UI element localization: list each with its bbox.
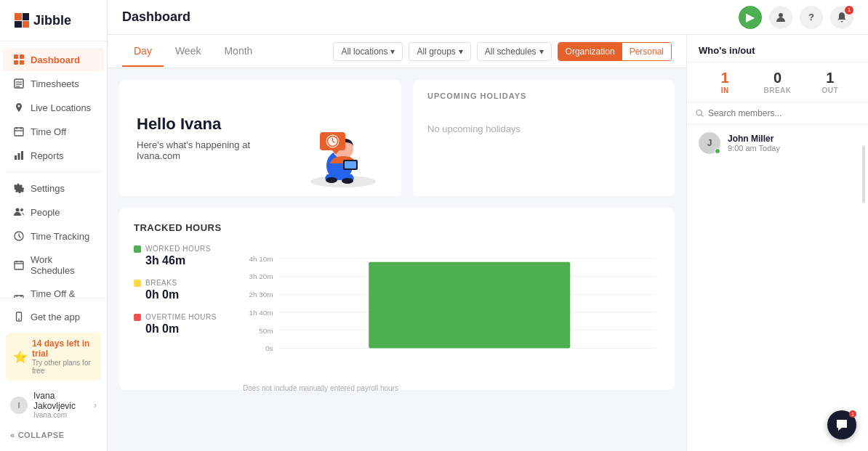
chat-widget[interactable]: 1 <box>827 410 856 439</box>
sidebar-item-work-schedules[interactable]: Work Schedules <box>3 248 104 282</box>
member-item: J John Miller 9:00 am Today <box>687 125 868 161</box>
groups-filter[interactable]: All groups ▾ <box>409 42 470 61</box>
chart-area: 4h 10m 3h 20m 2h 30m 1h 40m 50m 0s <box>243 245 660 375</box>
sidebar-item-timesheets[interactable]: Timesheets <box>3 72 104 95</box>
org-toggle[interactable]: Organization <box>558 43 622 60</box>
sidebar-item-label: Settings <box>31 183 65 194</box>
hello-card: Hello Ivana Here's what's happening at I… <box>119 80 401 196</box>
tab-month[interactable]: Month <box>212 36 264 67</box>
main-area: Dashboard ▶ ? 1 Day <box>108 0 868 451</box>
tracked-hours-chart: 4h 10m 3h 20m 2h 30m 1h 40m 50m 0s <box>243 245 660 375</box>
svg-line-77 <box>702 115 703 116</box>
phone-icon <box>13 311 25 322</box>
tabs: Day Week Month <box>122 36 264 67</box>
svg-rect-14 <box>18 153 20 160</box>
header: Dashboard ▶ ? 1 <box>108 0 868 35</box>
sidebar-nav: Dashboard Timesheets Live Locations Time… <box>0 41 107 298</box>
out-count: 1 OUT <box>804 70 856 94</box>
tracked-hours-title: TRACKED HOURS <box>134 222 660 233</box>
chat-badge: 1 <box>849 410 856 418</box>
breaks-item: BREAKS 0h 0m <box>134 279 228 301</box>
member-time: 9:00 am Today <box>728 144 780 153</box>
holidays-label: UPCOMING HOLIDAYS <box>427 92 660 100</box>
schedules-filter[interactable]: All schedules ▾ <box>477 42 552 61</box>
personal-toggle[interactable]: Personal <box>622 43 671 60</box>
svg-text:2h 30m: 2h 30m <box>249 290 273 298</box>
sidebar-item-dashboard[interactable]: Dashboard <box>3 48 104 71</box>
user-profile[interactable]: I Ivana Jakovljevic Ivana.com › <box>0 385 107 425</box>
worked-bar <box>369 262 570 349</box>
svg-rect-2 <box>20 54 24 59</box>
online-dot <box>715 148 720 154</box>
sidebar-item-label: Reports <box>31 150 64 161</box>
user-name: Ivana Jakovljevic <box>33 391 94 411</box>
sidebar-item-people[interactable]: People <box>3 200 104 224</box>
tracked-hours-card: TRACKED HOURS WORKED HOURS 3h 46m <box>119 208 675 390</box>
sidebar-item-label: Time Tracking <box>31 231 89 242</box>
chevron-down-icon: ▾ <box>390 46 395 57</box>
people-icon <box>13 206 25 218</box>
worked-hours-item: WORKED HOURS 3h 46m <box>134 245 228 267</box>
help-button[interactable]: ? <box>800 6 823 29</box>
bar-chart-icon <box>13 150 25 161</box>
page-title: Dashboard <box>122 9 190 25</box>
nav-divider <box>6 171 101 172</box>
tab-day[interactable]: Day <box>122 36 164 67</box>
sheet-icon <box>13 78 25 89</box>
in-count: 1 IN <box>699 70 751 94</box>
svg-rect-19 <box>15 261 23 269</box>
play-button[interactable]: ▶ <box>739 6 762 29</box>
user-icon-button[interactable] <box>769 6 792 29</box>
svg-rect-1 <box>14 54 18 59</box>
notifications-button[interactable]: 1 <box>830 6 853 29</box>
chevron-right-icon: › <box>94 400 97 410</box>
locations-filter[interactable]: All locations ▾ <box>333 42 403 61</box>
svg-point-54 <box>342 178 353 184</box>
trial-banner[interactable]: ⭐ 14 days left in trial Try other plans … <box>6 333 101 381</box>
sidebar-item-reports[interactable]: Reports <box>3 144 104 167</box>
get-app-button[interactable]: Get the app <box>3 305 104 328</box>
scrollbar[interactable] <box>862 145 865 203</box>
sidebar-item-label: Work Schedules <box>31 254 94 276</box>
overtime-dot <box>134 314 141 321</box>
org-personal-toggle: Organization Personal <box>558 42 672 61</box>
svg-rect-4 <box>20 60 24 65</box>
svg-text:4h 10m: 4h 10m <box>249 255 273 263</box>
sidebar-item-time-tracking[interactable]: Time Tracking <box>3 224 104 248</box>
search-box <box>687 102 868 125</box>
sidebar-item-time-off[interactable]: Time Off <box>3 120 104 143</box>
svg-point-17 <box>20 208 23 211</box>
chart-footer: Does not include manually entered payrol… <box>243 384 660 392</box>
hello-illustration <box>300 116 387 189</box>
break-count: 0 BREAK <box>751 70 803 94</box>
sidebar-item-live-locations[interactable]: Live Locations <box>3 96 104 119</box>
svg-point-50 <box>779 13 783 17</box>
member-info: John Miller 9:00 am Today <box>728 134 780 153</box>
sidebar-item-label: People <box>31 207 60 218</box>
break-number: 0 <box>751 70 803 86</box>
tab-week[interactable]: Week <box>164 36 213 67</box>
dashboard-content: Hello Ivana Here's what's happening at I… <box>108 68 686 451</box>
trial-days: 14 days left in trial <box>32 338 94 359</box>
logo-icon <box>12 10 32 31</box>
user-icon <box>775 12 787 23</box>
content-area: Day Week Month All locations ▾ All <box>108 35 868 451</box>
overtime-value: 0h 0m <box>134 322 228 336</box>
svg-text:3h 20m: 3h 20m <box>249 272 273 280</box>
sidebar-item-time-off-holidays[interactable]: Time Off & Holidays <box>3 283 104 298</box>
svg-text:50m: 50m <box>259 327 273 335</box>
svg-point-76 <box>696 110 702 115</box>
sidebar-item-settings[interactable]: Settings <box>3 176 104 200</box>
user-avatar: I <box>10 397 28 414</box>
top-cards: Hello Ivana Here's what's happening at I… <box>119 80 675 196</box>
sidebar-item-label: Timesheets <box>31 78 79 89</box>
location-icon <box>13 102 25 113</box>
logo: Jibble <box>0 0 107 41</box>
svg-point-53 <box>326 177 337 183</box>
search-input[interactable] <box>708 108 859 118</box>
out-label: OUT <box>804 86 856 94</box>
breaks-value: 0h 0m <box>134 288 228 301</box>
collapse-button[interactable]: « COLLAPSE <box>0 425 107 445</box>
chevron-down-icon: ▾ <box>459 46 463 57</box>
tabs-bar: Day Week Month All locations ▾ All <box>108 35 686 68</box>
